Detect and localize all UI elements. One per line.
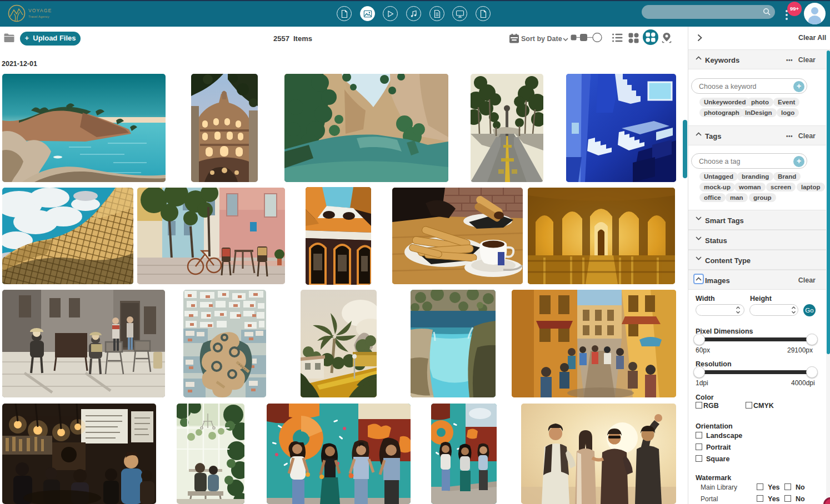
svg-text:Travel Agency: Travel Agency — [28, 15, 49, 18]
svg-text:VOYAGE: VOYAGE — [28, 8, 52, 13]
